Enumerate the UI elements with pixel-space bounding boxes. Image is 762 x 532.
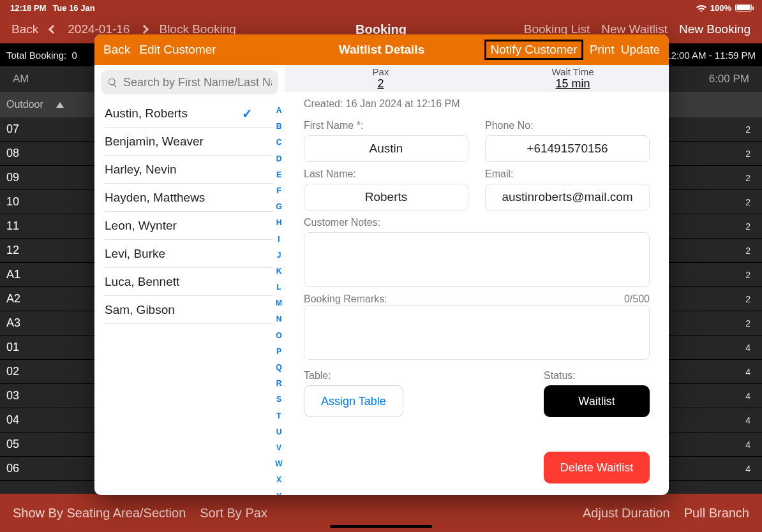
alpha-letter[interactable]: X <box>276 473 281 487</box>
table-capacity: 4 <box>745 343 751 353</box>
notes-label: Customer Notes: <box>304 217 650 228</box>
table-capacity: 2 <box>745 294 751 304</box>
customer-list-item[interactable]: Austin, Roberts✓ <box>94 100 273 128</box>
section-name[interactable]: Outdoor <box>6 99 43 110</box>
table-code: 10 <box>6 195 45 209</box>
alpha-letter[interactable]: D <box>276 152 282 166</box>
email-label: Email: <box>485 168 650 180</box>
pull-branch-button[interactable]: Pull Branch <box>684 506 749 521</box>
table-capacity: 2 <box>745 246 751 256</box>
delete-waitlist-button[interactable]: Delete Waitlist <box>544 452 650 484</box>
status-bar: 12:18 PM Tue 16 Jan 100% <box>0 0 762 15</box>
customer-notes-field[interactable] <box>304 232 650 287</box>
modal-title: Waitlist Details <box>339 43 424 57</box>
table-code: A2 <box>6 292 45 306</box>
table-capacity: 4 <box>745 464 751 474</box>
wait-time-value[interactable]: 15 min <box>555 77 590 91</box>
customer-name: Levi, Burke <box>105 247 165 261</box>
alpha-letter[interactable]: W <box>275 457 282 471</box>
table-code: 04 <box>6 413 45 427</box>
alpha-letter[interactable]: T <box>276 409 281 423</box>
alpha-letter[interactable]: B <box>276 119 282 133</box>
home-indicator <box>330 525 432 528</box>
customer-search-input[interactable] <box>101 70 278 94</box>
last-name-field[interactable]: Roberts <box>304 184 468 211</box>
sort-by-button[interactable]: Sort By Pax <box>200 506 267 521</box>
table-label: Table: <box>304 370 403 381</box>
table-capacity: 4 <box>745 440 751 450</box>
customer-name: Sam, Gibson <box>105 303 175 317</box>
alpha-letter[interactable]: C <box>276 135 282 149</box>
search-field[interactable] <box>123 76 272 89</box>
alpha-letter[interactable]: R <box>276 376 282 390</box>
edit-customer-button[interactable]: Edit Customer <box>139 43 216 57</box>
nav-back-button[interactable]: Back <box>11 22 38 36</box>
timebar-right: 6:00 PM <box>709 73 749 85</box>
customer-list-item[interactable]: Benjamin, Weaver <box>94 128 273 156</box>
adjust-duration-button[interactable]: Adjust Duration <box>583 506 670 521</box>
alpha-letter[interactable]: L <box>276 280 281 294</box>
alpha-letter[interactable]: J <box>277 248 281 262</box>
first-name-label: First Name *: <box>304 120 468 131</box>
battery-percent: 100% <box>710 3 731 13</box>
modal-back-button[interactable]: Back <box>103 43 130 57</box>
alpha-letter[interactable]: U <box>276 425 282 439</box>
wait-time-label: Wait Time <box>551 66 594 77</box>
alpha-letter[interactable]: I <box>278 232 280 246</box>
alpha-letter[interactable]: G <box>276 200 281 214</box>
first-name-field[interactable]: Austin <box>304 135 468 162</box>
show-by-button[interactable]: Show By Seating Area/Section <box>13 506 186 521</box>
status-label: Status: <box>544 370 650 381</box>
new-booking-button[interactable]: New Booking <box>679 22 751 36</box>
assign-table-button[interactable]: Assign Table <box>304 385 403 417</box>
customer-list-item[interactable]: Levi, Burke <box>94 240 273 268</box>
customer-name: Hayden, Matthews <box>105 191 205 205</box>
alpha-letter[interactable]: K <box>276 264 282 278</box>
alpha-letter[interactable]: O <box>276 329 281 343</box>
table-code: 11 <box>6 219 45 233</box>
alpha-letter[interactable]: V <box>276 441 281 455</box>
customer-name: Benjamin, Weaver <box>105 135 204 149</box>
remarks-counter: 0/500 <box>624 293 650 305</box>
customer-list-item[interactable]: Hayden, Matthews <box>94 184 273 212</box>
last-name-label: Last Name: <box>304 168 468 180</box>
table-capacity: 4 <box>745 415 751 425</box>
timebar-left: AM <box>13 73 29 85</box>
pax-value[interactable]: 2 <box>377 77 384 91</box>
prev-date-icon[interactable] <box>49 25 57 34</box>
table-code: 08 <box>6 147 45 160</box>
alpha-letter[interactable]: P <box>276 344 281 358</box>
table-code: 07 <box>6 122 45 136</box>
customer-list-item[interactable]: Luca, Bennett <box>94 268 273 296</box>
alpha-letter[interactable]: F <box>276 184 281 198</box>
booking-remarks-field[interactable] <box>304 305 650 360</box>
phone-field[interactable]: +61491570156 <box>485 135 650 162</box>
alpha-letter[interactable]: Y <box>276 489 281 496</box>
email-field[interactable]: austinroberts@mail.com <box>485 184 650 211</box>
time-range[interactable]: 12:00 AM - 11:59 PM <box>666 50 756 61</box>
status-button[interactable]: Waitlist <box>544 385 650 417</box>
customer-list-item[interactable]: Sam, Gibson <box>94 296 273 324</box>
table-capacity: 2 <box>745 173 751 183</box>
table-capacity: 4 <box>745 391 751 401</box>
remarks-label: Booking Remarks: <box>304 293 387 305</box>
table-capacity: 2 <box>745 197 751 207</box>
customer-list-item[interactable]: Leon, Wynter <box>94 212 273 240</box>
sort-icon[interactable] <box>56 102 64 108</box>
print-button[interactable]: Print <box>590 43 615 57</box>
customer-list-item[interactable]: Harley, Nevin <box>94 156 273 184</box>
alpha-letter[interactable]: M <box>276 296 282 310</box>
alpha-letter[interactable]: S <box>276 392 281 406</box>
table-code: 12 <box>6 244 45 257</box>
alpha-letter[interactable]: Q <box>276 360 281 374</box>
table-code: A1 <box>6 268 45 281</box>
update-button[interactable]: Update <box>621 43 660 57</box>
waitlist-details-modal: Back Edit Customer Waitlist Details Noti… <box>94 34 669 495</box>
alpha-letter[interactable]: A <box>276 103 282 117</box>
alpha-index[interactable]: ABCDEFGHIJKLMNOPQRSTUVWXYZ <box>273 100 285 495</box>
alpha-letter[interactable]: N <box>276 312 282 326</box>
alpha-letter[interactable]: E <box>276 168 281 182</box>
alpha-letter[interactable]: H <box>276 216 282 230</box>
next-date-icon[interactable] <box>140 25 149 34</box>
notify-customer-button[interactable]: Notify Customer <box>484 40 583 60</box>
